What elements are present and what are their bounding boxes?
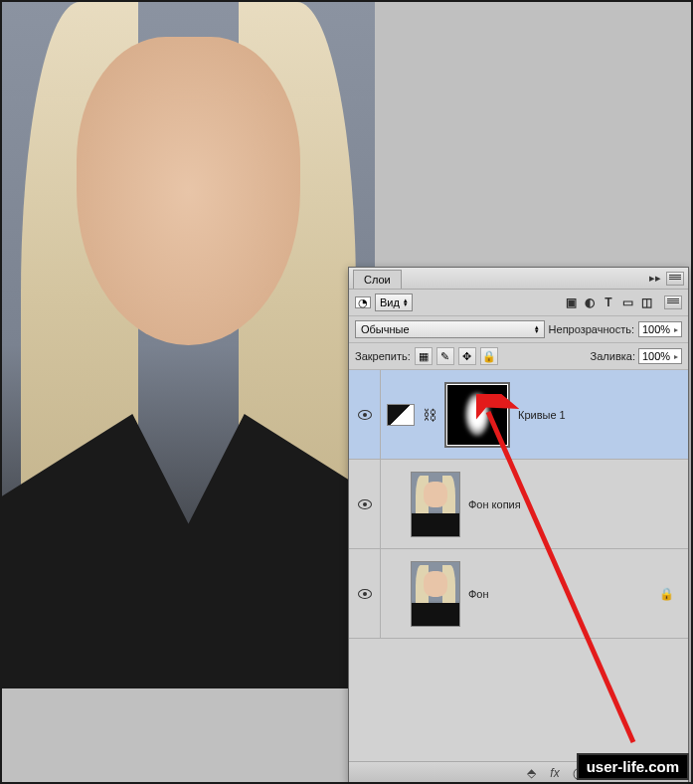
lock-paint-button[interactable]: ✎	[436, 347, 454, 365]
document-image	[2, 2, 375, 688]
layer-row-bg[interactable]: Фон 🔒	[349, 549, 688, 639]
blend-mode-dropdown[interactable]: Обычные ▴▾	[355, 320, 545, 338]
layer-thumbnail[interactable]	[411, 561, 460, 627]
filter-shape-icon[interactable]: ▭	[619, 294, 635, 310]
layer-name-label[interactable]: Кривые 1	[518, 409, 566, 421]
watermark: user-life.com	[577, 753, 689, 780]
filter-smart-icon[interactable]: ◫	[638, 294, 654, 310]
visibility-toggle[interactable]	[358, 589, 372, 599]
fill-input[interactable]: 100%	[638, 348, 682, 364]
panel-menu-button[interactable]	[666, 272, 684, 286]
filter-type-dropdown[interactable]: Вид ▴▾	[375, 294, 413, 311]
curves-adjustment-icon[interactable]	[387, 404, 415, 426]
lock-icon: 🔒	[659, 587, 674, 601]
layer-name-label[interactable]: Фон	[468, 588, 489, 600]
layer-mask-thumbnail[interactable]	[444, 382, 510, 448]
filter-type-dropdown-icon: ◔	[355, 296, 371, 308]
opacity-label: Непрозрачность:	[549, 323, 634, 335]
layer-thumbnail[interactable]	[411, 472, 460, 537]
filter-type-label: Вид	[380, 296, 400, 308]
blend-row: Обычные ▴▾ Непрозрачность: 100%	[349, 316, 688, 343]
filter-image-icon[interactable]: ▣	[563, 294, 579, 310]
visibility-toggle[interactable]	[358, 499, 372, 509]
mask-link-icon[interactable]: ⛓	[423, 407, 436, 423]
lock-pixels-button[interactable]: ▦	[415, 347, 433, 365]
lock-position-button[interactable]: ✥	[458, 347, 476, 365]
fx-icon[interactable]: fx	[547, 765, 563, 781]
filter-type-icon[interactable]: T	[601, 294, 616, 310]
opacity-input[interactable]: 100%	[638, 321, 682, 337]
layers-panel: Слои ▸▸ ◔ Вид ▴▾ ▣ ◐ T ▭ ◫ Обычные ▴▾ Не…	[348, 267, 689, 784]
visibility-toggle[interactable]	[358, 410, 372, 420]
lock-label: Закрепить:	[355, 350, 411, 362]
collapse-icon[interactable]: ▸▸	[648, 272, 662, 286]
filter-adjust-icon[interactable]: ◐	[582, 294, 598, 310]
layer-name-label[interactable]: Фон копия	[468, 498, 521, 510]
lock-row: Закрепить: ▦ ✎ ✥ 🔒 Заливка: 100%	[349, 343, 688, 370]
fill-label: Заливка:	[591, 350, 635, 362]
layers-list: ⛓ Кривые 1 Фон копия Фон 🔒	[349, 370, 688, 761]
canvas-area[interactable]	[2, 2, 375, 688]
filter-menu-button[interactable]	[664, 295, 682, 309]
link-layers-icon[interactable]: ⬘	[523, 765, 539, 781]
lock-all-button[interactable]: 🔒	[480, 347, 498, 365]
panel-tab-layers[interactable]: Слои	[353, 270, 402, 289]
panel-header: Слои ▸▸	[349, 268, 688, 290]
layer-row-bg-copy[interactable]: Фон копия	[349, 460, 688, 549]
filter-row: ◔ Вид ▴▾ ▣ ◐ T ▭ ◫	[349, 290, 688, 316]
layer-row-curves[interactable]: ⛓ Кривые 1	[349, 370, 688, 460]
blend-mode-label: Обычные	[361, 323, 410, 335]
